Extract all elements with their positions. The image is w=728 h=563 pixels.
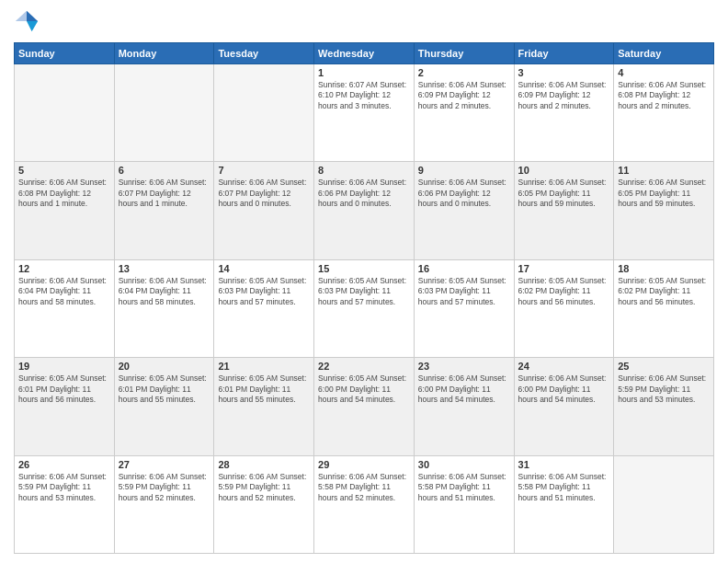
day-number: 19 [18,361,110,372]
calendar-empty-cell [114,64,214,162]
day-number: 15 [318,263,410,274]
day-info: Sunrise: 6:06 AM Sunset: 6:04 PM Dayligh… [18,276,110,307]
calendar-day-19: 19Sunrise: 6:05 AM Sunset: 6:01 PM Dayli… [15,358,115,455]
day-info: Sunrise: 6:06 AM Sunset: 5:59 PM Dayligh… [18,472,110,503]
calendar-day-18: 18Sunrise: 6:05 AM Sunset: 6:02 PM Dayli… [614,259,714,357]
day-info: Sunrise: 6:06 AM Sunset: 6:07 PM Dayligh… [218,178,310,209]
calendar-day-17: 17Sunrise: 6:05 AM Sunset: 6:02 PM Dayli… [514,259,614,357]
day-info: Sunrise: 6:07 AM Sunset: 6:10 PM Dayligh… [318,80,410,111]
day-info: Sunrise: 6:06 AM Sunset: 6:00 PM Dayligh… [418,373,510,405]
day-number: 21 [218,361,310,372]
day-number: 25 [618,361,710,372]
day-number: 31 [518,459,610,470]
day-info: Sunrise: 6:06 AM Sunset: 5:58 PM Dayligh… [418,472,510,503]
day-number: 4 [618,67,710,78]
day-info: Sunrise: 6:06 AM Sunset: 6:06 PM Dayligh… [318,178,410,209]
calendar-day-23: 23Sunrise: 6:06 AM Sunset: 6:00 PM Dayli… [414,358,514,455]
calendar-day-31: 31Sunrise: 6:06 AM Sunset: 5:58 PM Dayli… [514,455,614,553]
header [14,9,714,35]
day-info: Sunrise: 6:06 AM Sunset: 6:08 PM Dayligh… [618,80,710,111]
day-number: 24 [518,361,610,372]
day-number: 6 [119,165,210,176]
day-number: 9 [418,165,510,176]
calendar-day-5: 5Sunrise: 6:06 AM Sunset: 6:08 PM Daylig… [15,162,115,259]
calendar-empty-cell [614,455,714,553]
day-number: 5 [18,165,110,176]
logo [14,9,43,35]
calendar-empty-cell [15,64,115,162]
weekday-header-thursday: Thursday [414,43,514,64]
day-info: Sunrise: 6:05 AM Sunset: 6:00 PM Dayligh… [318,373,410,405]
day-number: 3 [518,67,610,78]
day-info: Sunrise: 6:05 AM Sunset: 6:02 PM Dayligh… [518,276,610,307]
calendar-day-1: 1Sunrise: 6:07 AM Sunset: 6:10 PM Daylig… [314,64,415,162]
day-info: Sunrise: 6:06 AM Sunset: 6:04 PM Dayligh… [119,276,210,307]
svg-marker-2 [16,11,27,21]
day-number: 27 [119,459,210,470]
day-number: 13 [119,263,210,274]
calendar-day-3: 3Sunrise: 6:06 AM Sunset: 6:09 PM Daylig… [514,64,614,162]
calendar-day-16: 16Sunrise: 6:05 AM Sunset: 6:03 PM Dayli… [414,259,514,357]
day-info: Sunrise: 6:06 AM Sunset: 5:58 PM Dayligh… [518,472,610,503]
calendar-day-13: 13Sunrise: 6:06 AM Sunset: 6:04 PM Dayli… [114,259,214,357]
calendar-day-21: 21Sunrise: 6:05 AM Sunset: 6:01 PM Dayli… [214,358,314,455]
logo-icon [14,9,40,35]
svg-marker-0 [27,11,38,21]
calendar-day-30: 30Sunrise: 6:06 AM Sunset: 5:58 PM Dayli… [414,455,514,553]
weekday-header-tuesday: Tuesday [214,43,314,64]
day-number: 1 [318,67,410,78]
calendar-day-25: 25Sunrise: 6:06 AM Sunset: 5:59 PM Dayli… [614,358,714,455]
calendar-week-5: 26Sunrise: 6:06 AM Sunset: 5:59 PM Dayli… [15,455,714,553]
calendar-day-12: 12Sunrise: 6:06 AM Sunset: 6:04 PM Dayli… [15,259,115,357]
weekday-header-wednesday: Wednesday [314,43,415,64]
calendar-day-11: 11Sunrise: 6:06 AM Sunset: 6:05 PM Dayli… [614,162,714,259]
day-number: 16 [418,263,510,274]
day-number: 26 [18,459,110,470]
day-number: 7 [218,165,310,176]
day-number: 17 [518,263,610,274]
day-info: Sunrise: 6:06 AM Sunset: 6:09 PM Dayligh… [418,80,510,111]
day-number: 23 [418,361,510,372]
day-number: 30 [418,459,510,470]
calendar-day-10: 10Sunrise: 6:06 AM Sunset: 6:05 PM Dayli… [514,162,614,259]
calendar-day-7: 7Sunrise: 6:06 AM Sunset: 6:07 PM Daylig… [214,162,314,259]
day-info: Sunrise: 6:05 AM Sunset: 6:01 PM Dayligh… [218,373,310,405]
day-number: 2 [418,67,510,78]
calendar-day-22: 22Sunrise: 6:05 AM Sunset: 6:00 PM Dayli… [314,358,415,455]
calendar-empty-cell [214,64,314,162]
calendar-day-24: 24Sunrise: 6:06 AM Sunset: 6:00 PM Dayli… [514,358,614,455]
weekday-header-friday: Friday [514,43,614,64]
day-number: 29 [318,459,410,470]
page: SundayMondayTuesdayWednesdayThursdayFrid… [0,0,728,563]
calendar-day-6: 6Sunrise: 6:06 AM Sunset: 6:07 PM Daylig… [114,162,214,259]
day-number: 8 [318,165,410,176]
day-info: Sunrise: 6:06 AM Sunset: 6:05 PM Dayligh… [518,178,610,209]
day-info: Sunrise: 6:06 AM Sunset: 6:07 PM Dayligh… [119,178,210,209]
day-number: 18 [618,263,710,274]
day-info: Sunrise: 6:06 AM Sunset: 5:59 PM Dayligh… [618,373,710,405]
weekday-header-row: SundayMondayTuesdayWednesdayThursdayFrid… [15,43,714,64]
day-number: 28 [218,459,310,470]
day-number: 12 [18,263,110,274]
day-number: 22 [318,361,410,372]
calendar-day-14: 14Sunrise: 6:05 AM Sunset: 6:03 PM Dayli… [214,259,314,357]
day-info: Sunrise: 6:05 AM Sunset: 6:01 PM Dayligh… [18,373,110,405]
calendar-day-20: 20Sunrise: 6:05 AM Sunset: 6:01 PM Dayli… [114,358,214,455]
day-number: 11 [618,165,710,176]
calendar-day-29: 29Sunrise: 6:06 AM Sunset: 5:58 PM Dayli… [314,455,415,553]
day-number: 14 [218,263,310,274]
day-info: Sunrise: 6:06 AM Sunset: 6:00 PM Dayligh… [518,373,610,405]
day-info: Sunrise: 6:05 AM Sunset: 6:02 PM Dayligh… [618,276,710,307]
weekday-header-monday: Monday [114,43,214,64]
calendar-week-4: 19Sunrise: 6:05 AM Sunset: 6:01 PM Dayli… [15,358,714,455]
day-info: Sunrise: 6:05 AM Sunset: 6:01 PM Dayligh… [119,373,210,405]
weekday-header-sunday: Sunday [15,43,115,64]
calendar-table: SundayMondayTuesdayWednesdayThursdayFrid… [14,42,714,554]
calendar-day-27: 27Sunrise: 6:06 AM Sunset: 5:59 PM Dayli… [114,455,214,553]
calendar-week-2: 5Sunrise: 6:06 AM Sunset: 6:08 PM Daylig… [15,162,714,259]
calendar-day-26: 26Sunrise: 6:06 AM Sunset: 5:59 PM Dayli… [15,455,115,553]
calendar-day-2: 2Sunrise: 6:06 AM Sunset: 6:09 PM Daylig… [414,64,514,162]
calendar-day-9: 9Sunrise: 6:06 AM Sunset: 6:06 PM Daylig… [414,162,514,259]
day-info: Sunrise: 6:06 AM Sunset: 6:06 PM Dayligh… [418,178,510,209]
calendar-week-1: 1Sunrise: 6:07 AM Sunset: 6:10 PM Daylig… [15,64,714,162]
